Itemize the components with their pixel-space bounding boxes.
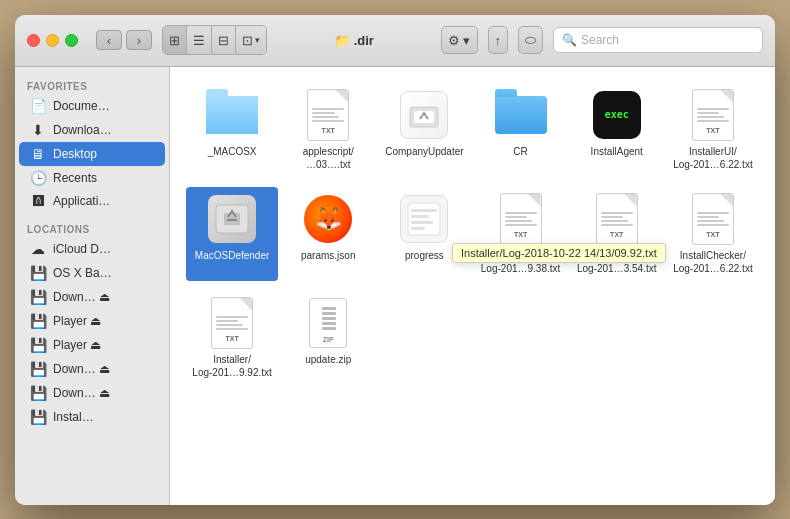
sidebar-item-icloud-label: iCloud D… [53, 242, 155, 256]
column-view-button[interactable]: ⊟ [212, 26, 236, 54]
list-item[interactable]: _MACOSX [186, 83, 278, 177]
window-title: 📁 .dir [277, 33, 431, 48]
zip-icon: ZIP [302, 297, 354, 349]
sidebar-item-downloads[interactable]: ⬇ Downloa… [19, 118, 165, 142]
player2-icon: 💾 [29, 337, 47, 353]
search-icon: 🔍 [562, 33, 577, 47]
sidebar: Favorites 📄 Docume… ⬇ Downloa… 🖥 Desktop… [15, 67, 170, 505]
progress-icon [398, 193, 450, 245]
sidebar-item-down3[interactable]: 💾 Down… ⏏ [19, 381, 165, 405]
svg-rect-5 [411, 209, 437, 212]
file-area: _MACOSX TXT [170, 67, 775, 505]
sidebar-item-osxba[interactable]: 💾 OS X Ba… [19, 261, 165, 285]
close-button[interactable] [27, 34, 40, 47]
share-button[interactable]: ↑ [488, 26, 509, 54]
svg-rect-8 [411, 227, 425, 230]
list-item[interactable]: TXT applescript/Log-201…3.54.txt [571, 187, 663, 281]
finder-window: ‹ › ⊞ ☰ ⊟ ⊡▾ 📁 .dir ⚙ ▾ ↑ ⬭ 🔍 Search Fav… [15, 15, 775, 505]
txt-file-icon: TXT [206, 297, 258, 349]
txt-file-icon: TXT [687, 89, 739, 141]
sidebar-item-down1[interactable]: 💾 Down… ⏏ [19, 285, 165, 309]
svg-rect-3 [227, 219, 237, 221]
sidebar-item-player1[interactable]: 💾 Player ⏏ [19, 309, 165, 333]
file-name: progress [405, 249, 444, 262]
forward-button[interactable]: › [126, 30, 152, 50]
sidebar-item-applications-label: Applicati… [53, 194, 155, 208]
sidebar-item-documents[interactable]: 📄 Docume… [19, 94, 165, 118]
icloud-icon: ☁ [29, 241, 47, 257]
nav-buttons: ‹ › [96, 30, 152, 50]
traffic-lights [27, 34, 78, 47]
sidebar-item-recents-label: Recents [53, 171, 155, 185]
app-icon [398, 89, 450, 141]
downloads-icon: ⬇ [29, 122, 47, 138]
sidebar-item-install[interactable]: 💾 Instal… [19, 405, 165, 429]
list-item[interactable]: TXT InstallerUI/Log-201…6.22.txt [667, 83, 759, 177]
action-button[interactable]: ⚙ ▾ [441, 26, 478, 54]
txt-file-icon: TXT [302, 89, 354, 141]
file-name: Installer/Log-201…9.92.txt [192, 353, 272, 379]
file-name: update.zip [305, 353, 351, 366]
file-name: _MACOSX [208, 145, 257, 158]
txt-file-icon: TXT [495, 193, 547, 245]
sidebar-item-icloud[interactable]: ☁ iCloud D… [19, 237, 165, 261]
sidebar-item-down2[interactable]: 💾 Down… ⏏ [19, 357, 165, 381]
txt-file-icon: TXT [591, 193, 643, 245]
txt-file-icon: TXT [687, 193, 739, 245]
down1-icon: 💾 [29, 289, 47, 305]
locations-header: Locations [15, 220, 169, 237]
sidebar-item-player2[interactable]: 💾 Player ⏏ [19, 333, 165, 357]
maximize-button[interactable] [65, 34, 78, 47]
sidebar-item-down1-label: Down… ⏏ [53, 290, 155, 304]
sidebar-item-recents[interactable]: 🕒 Recents [19, 166, 165, 190]
exec-icon: exec [591, 89, 643, 141]
svg-rect-4 [408, 203, 440, 235]
list-item[interactable]: exec InstallAgent [571, 83, 663, 177]
applications-icon: 🅰 [29, 195, 47, 207]
list-item[interactable]: 🦊 params.json [282, 187, 374, 281]
back-button[interactable]: ‹ [96, 30, 122, 50]
documents-icon: 📄 [29, 98, 47, 114]
list-item[interactable]: TXT SearchOffers/Log-201…9.38.txt [474, 187, 566, 281]
sidebar-item-player1-label: Player ⏏ [53, 314, 155, 328]
json-icon: 🦊 [302, 193, 354, 245]
file-name: InstallerUI/Log-201…6.22.txt [673, 145, 753, 171]
file-name: InstallAgent [591, 145, 643, 158]
file-grid: _MACOSX TXT [186, 83, 759, 385]
gallery-view-button[interactable]: ⊡▾ [236, 26, 266, 54]
list-item[interactable]: TXT applescript/…03….txt [282, 83, 374, 177]
sidebar-item-desktop[interactable]: 🖥 Desktop [19, 142, 165, 166]
search-placeholder: Search [581, 33, 619, 47]
list-item[interactable]: CR [474, 83, 566, 177]
sidebar-item-documents-label: Docume… [53, 99, 155, 113]
sidebar-item-down3-label: Down… ⏏ [53, 386, 155, 400]
desktop-icon: 🖥 [29, 146, 47, 162]
list-item[interactable]: TXT Installer/Log-201…9.92.txt [186, 291, 278, 385]
folder-icon [495, 89, 547, 141]
tooltip: Installer/Log-2018-10-22 14/13/09.92.txt [452, 243, 666, 263]
icon-view-button[interactable]: ⊞ [163, 26, 187, 54]
file-name: InstallChecker/Log-201…6.22.txt [673, 249, 753, 275]
file-name: params.json [301, 249, 355, 262]
minimize-button[interactable] [46, 34, 59, 47]
list-item[interactable]: MacOSDefender [186, 187, 278, 281]
list-item[interactable]: CompanyUpdater [378, 83, 470, 177]
defender-icon [206, 193, 258, 245]
list-item[interactable]: TXT InstallChecker/Log-201…6.22.txt [667, 187, 759, 281]
folder-light-icon [206, 89, 258, 141]
down2-icon: 💾 [29, 361, 47, 377]
search-bar[interactable]: 🔍 Search [553, 27, 763, 53]
sidebar-item-applications[interactable]: 🅰 Applicati… [19, 190, 165, 212]
sidebar-item-down2-label: Down… ⏏ [53, 362, 155, 376]
down3-icon: 💾 [29, 385, 47, 401]
sidebar-item-install-label: Instal… [53, 410, 155, 424]
list-item[interactable]: ZIP update.zip [282, 291, 374, 385]
favorites-header: Favorites [15, 77, 169, 94]
tag-button[interactable]: ⬭ [518, 26, 543, 54]
main-content: Favorites 📄 Docume… ⬇ Downloa… 🖥 Desktop… [15, 67, 775, 505]
list-view-button[interactable]: ☰ [187, 26, 212, 54]
file-name: CompanyUpdater [385, 145, 463, 158]
svg-rect-7 [411, 221, 433, 224]
sidebar-item-player2-label: Player ⏏ [53, 338, 155, 352]
list-item[interactable]: progress [378, 187, 470, 281]
